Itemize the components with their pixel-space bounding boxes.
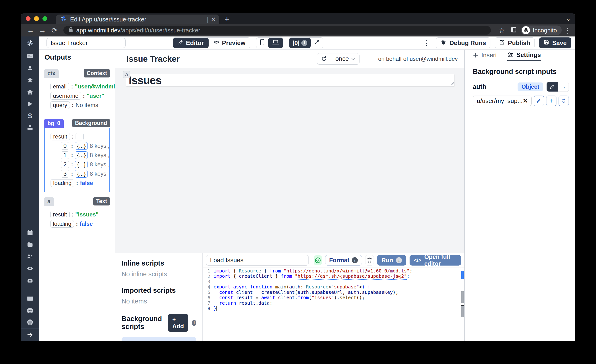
text-component[interactable]: a Issues [126, 74, 454, 86]
mobile-view-button[interactable] [256, 38, 268, 48]
text-cursor [216, 306, 217, 311]
preview-mode-button[interactable]: Preview [209, 38, 250, 48]
minimize-window-button[interactable] [34, 16, 39, 21]
code-line[interactable]: 2import { createClient } from "https://e… [203, 274, 464, 279]
open-full-editor-button[interactable]: </> Open full editor [410, 255, 461, 266]
publish-button[interactable]: Publish [495, 37, 535, 48]
output-id-chip[interactable]: a [44, 197, 54, 206]
script-name-input[interactable] [206, 255, 309, 266]
background-script-item[interactable]: Load Issues Background [122, 337, 196, 341]
index-pill[interactable]: 1 [61, 151, 69, 159]
tab-close-icon[interactable]: ✕ [211, 16, 216, 23]
resource-input[interactable]: u/user/my_sup... ✕ [473, 96, 532, 106]
format-button[interactable]: Format i [325, 255, 362, 266]
browser-menu-icon[interactable]: ⋮ [564, 26, 570, 35]
sidebar-item-github[interactable] [21, 316, 39, 328]
output-id-chip[interactable]: ctx [44, 69, 59, 78]
output-key-pill[interactable]: loading [50, 220, 74, 228]
info-icon[interactable]: i [192, 320, 196, 326]
sidebar-item-folders[interactable] [21, 239, 39, 251]
sidebar-item-groups[interactable] [21, 251, 39, 262]
sidebar-item-pricing[interactable]: $ [21, 110, 39, 122]
code-line[interactable]: 4export async function main(auth: Resour… [203, 284, 464, 290]
output-id-chip[interactable]: bg_0 [44, 119, 64, 128]
bookmark-star-icon[interactable]: ☆ [497, 26, 507, 35]
sidebar-item-resources[interactable] [21, 122, 39, 134]
add-background-script-button[interactable]: + Add [168, 314, 188, 332]
output-key-pill[interactable]: result [50, 211, 70, 218]
sidebar-item-docs-book[interactable] [21, 292, 39, 305]
resize-handle-icon[interactable] [451, 82, 454, 86]
preview-mode-label: Preview [222, 39, 245, 47]
back-icon[interactable]: ← [26, 26, 35, 34]
maximize-window-button[interactable] [42, 16, 47, 21]
more-options-icon[interactable]: ⋮ [422, 39, 432, 47]
collapse-toggle[interactable]: - [75, 133, 84, 141]
tab-preview-icon[interactable] [510, 26, 517, 34]
object-pill[interactable]: {...} [75, 170, 88, 178]
output-card-bg0[interactable]: bg_0 Background result: - [44, 119, 110, 192]
tab-insert[interactable]: Insert [473, 50, 497, 61]
sidebar-item-runs[interactable] [21, 98, 39, 110]
overview-ruler[interactable] [461, 267, 464, 341]
browser-tab[interactable]: Edit App u/user/issue-tracker | ✕ [56, 15, 219, 24]
fullscreen-button[interactable] [311, 38, 323, 48]
close-window-button[interactable] [26, 16, 30, 21]
sidebar-item-workers-robot[interactable] [21, 274, 39, 286]
editor-mode-button[interactable]: Editor [173, 38, 209, 48]
outputs-debug-button[interactable]: |0| i [289, 38, 311, 48]
new-tab-button[interactable]: + [224, 15, 229, 23]
edit-resource-button[interactable] [534, 96, 544, 106]
tab-settings[interactable]: Settings [507, 50, 541, 61]
sidebar-item-windmill-logo[interactable] [21, 37, 39, 50]
index-pill[interactable]: 0 [61, 142, 69, 150]
sidebar-item-favorites-star[interactable] [21, 74, 39, 86]
code-line[interactable]: 5 const client = createClient(auth.supab… [203, 290, 464, 295]
sidebar-item-home[interactable] [21, 86, 39, 98]
tab-list-chevron-icon[interactable]: ⌄ [566, 15, 571, 22]
code-line[interactable]: 6 const result = await client.from("issu… [203, 295, 464, 301]
sidebar-item-apps[interactable] [21, 50, 39, 62]
output-key-pill[interactable]: email [50, 83, 69, 90]
app-canvas[interactable]: a Issues [115, 68, 464, 253]
sidebar-collapse-arrow-icon[interactable] [21, 328, 39, 341]
object-pill[interactable]: {...} [75, 142, 88, 150]
output-key-pill[interactable]: username [50, 92, 81, 100]
refresh-button[interactable] [317, 53, 331, 64]
code-line[interactable]: 1import { Resource } from "https://deno.… [203, 268, 464, 274]
sidebar-item-user[interactable] [21, 62, 39, 74]
sidebar-item-schedules[interactable] [21, 227, 39, 239]
expand-icon [314, 39, 320, 47]
code-editor-area[interactable]: 1import { Resource } from "https://deno.… [203, 267, 464, 341]
object-pill[interactable]: {...} [75, 161, 88, 168]
sidebar-item-discord[interactable] [21, 305, 39, 316]
sidebar-item-audit-eye[interactable] [21, 262, 39, 274]
code-line[interactable]: 3 [203, 279, 464, 284]
desktop-view-button[interactable] [268, 38, 283, 48]
address-bar[interactable]: app.windmill.dev/apps/edit/u/user/issue-… [63, 26, 491, 35]
connect-mode-button[interactable]: → [558, 82, 569, 91]
code-line[interactable]: 7 return result.data; [203, 300, 464, 306]
output-card-a[interactable]: a Text result: "Issues" loading: [44, 197, 110, 233]
output-key-pill[interactable]: loading [51, 179, 74, 187]
index-pill[interactable]: 2 [61, 161, 69, 168]
refresh-mode-dropdown[interactable]: once [331, 53, 359, 64]
object-pill[interactable]: {...} [75, 151, 88, 159]
code-line[interactable]: 8} [203, 306, 464, 311]
output-card-ctx[interactable]: ctx Context email: "user@windmill.dev" u [44, 69, 110, 114]
add-resource-button[interactable]: + [546, 96, 556, 106]
app-name-input[interactable] [46, 38, 126, 48]
component-id-chip[interactable]: a [123, 71, 130, 78]
delete-script-button[interactable] [365, 255, 374, 266]
refresh-resource-button[interactable] [559, 96, 569, 106]
output-key-pill[interactable]: query [50, 101, 70, 109]
debug-runs-button[interactable]: Debug Runs [436, 37, 490, 48]
forward-icon[interactable]: → [38, 26, 47, 34]
index-pill[interactable]: 3 [61, 170, 69, 178]
save-button[interactable]: Save [539, 37, 571, 48]
output-key-pill[interactable]: result [51, 133, 70, 141]
static-mode-button[interactable] [547, 82, 558, 91]
clear-icon[interactable]: ✕ [522, 97, 528, 105]
reload-icon[interactable]: ⟳ [50, 26, 59, 35]
run-button[interactable]: Run i [377, 255, 406, 266]
